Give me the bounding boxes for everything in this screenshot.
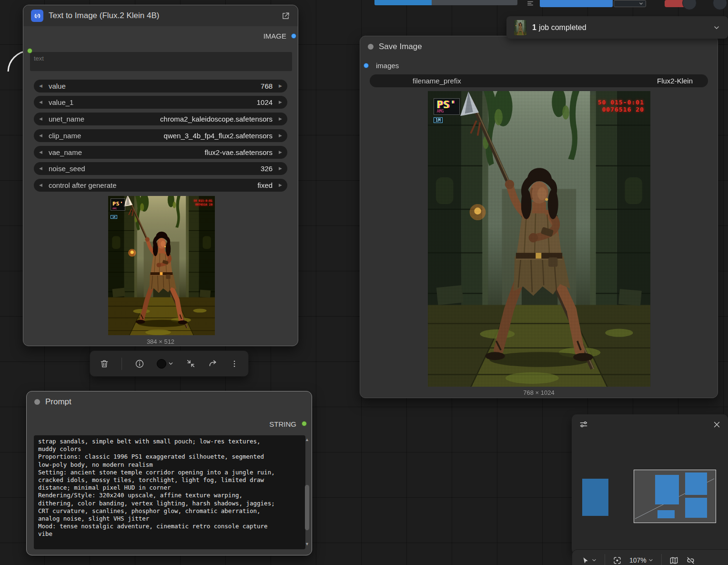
toolbar-divider (605, 554, 605, 565)
prompt-node-header[interactable]: Prompt (27, 391, 312, 412)
widget-unet-name[interactable]: ◀ unet_name chroma2_kaleidoscope.safeten… (34, 113, 287, 125)
prompt-scrollbar[interactable]: ▲ ▼ (304, 437, 310, 546)
job-result-thumbnail[interactable] (514, 20, 526, 35)
scrollbar-thumb[interactable] (305, 485, 309, 530)
generated-image-preview: PS'AMG 1M 50 015-0:010076516 20 (428, 91, 650, 387)
node-info-icon[interactable] (135, 359, 144, 369)
minimap-node-rect (582, 479, 608, 516)
toolbar-divider (121, 358, 122, 370)
widget-value-text: Flux2-Klein (657, 77, 693, 85)
more-options-icon[interactable] (230, 360, 239, 368)
collapse-dot-icon[interactable] (34, 399, 40, 405)
widget-clip-name[interactable]: ◀ clip_name qwen_3_4b_fp4_flux2.safetens… (34, 129, 287, 142)
widget-value[interactable]: ◀ value 768 ▶ (34, 80, 287, 92)
batch-select[interactable] (614, 0, 646, 7)
filename-prefix-widget[interactable]: filename_prefix Flux2-Klein (370, 74, 708, 87)
widget-value-text: 326 (261, 164, 273, 173)
close-icon[interactable] (713, 421, 721, 429)
text-input[interactable]: text (30, 52, 292, 71)
decrement-icon[interactable]: ◀ (39, 84, 42, 88)
widget-label: value_1 (49, 98, 74, 106)
widget-label: filename_prefix (413, 77, 461, 85)
decrement-icon[interactable]: ◀ (39, 166, 42, 171)
run-button[interactable] (540, 0, 613, 7)
images-input-label: images (376, 62, 399, 70)
next-option-icon[interactable]: ▶ (279, 134, 282, 138)
widget-label: control after generate (49, 181, 117, 189)
node-editor-canvas[interactable]: Text to Image (Flux.2 Klein 4B) IMAGE te… (0, 0, 728, 565)
delete-node-icon[interactable] (100, 359, 109, 369)
rerun-node-icon[interactable] (208, 359, 218, 369)
widget-noise-seed[interactable]: ◀ noise_seed 326 ▶ (34, 162, 287, 175)
pointer-tool-button[interactable] (582, 556, 597, 565)
save-image-node[interactable]: Save Image images filename_prefix Flux2-… (360, 36, 718, 398)
string-output-port[interactable] (302, 421, 307, 426)
image-output-port[interactable] (291, 33, 296, 39)
text-input-port[interactable] (27, 48, 32, 53)
widget-label: unet_name (49, 115, 84, 123)
widget-value-text: qwen_3_4b_fp4_flux2.safetensors (164, 132, 273, 140)
top-bar (0, 0, 728, 8)
decrement-icon[interactable]: ◀ (39, 100, 42, 104)
queue-list-icon[interactable] (527, 0, 534, 6)
timer-hud-overlay: 50 015-0:010076516 20 (193, 199, 212, 206)
widget-value-1[interactable]: ◀ value_1 1024 ▶ (34, 96, 287, 109)
prev-option-icon[interactable]: ◀ (39, 150, 42, 154)
minimap-viewport[interactable] (634, 470, 716, 523)
widget-value-text: fixed (257, 181, 273, 189)
widget-vae-name[interactable]: ◀ vae_name flux2-vae.safetensors ▶ (34, 146, 287, 159)
widget-label: vae_name (49, 148, 82, 156)
node-title: Save Image (379, 42, 422, 51)
chevron-down-icon[interactable] (713, 24, 720, 31)
widget-value-text: flux2-vae.safetensors (205, 148, 273, 156)
save-image-node-header[interactable]: Save Image (360, 36, 718, 57)
preview-dimensions-label: 768 × 1024 (360, 389, 718, 396)
images-input-port[interactable] (364, 63, 369, 68)
increment-icon[interactable]: ▶ (279, 166, 282, 171)
job-completed-notification[interactable]: 1job completed (506, 16, 728, 39)
notification-text: 1job completed (532, 23, 586, 32)
image-output-label: IMAGE (263, 32, 286, 40)
workflow-options-icon[interactable] (579, 420, 588, 429)
collapse-node-icon[interactable] (186, 359, 195, 368)
node-preview-image: PS'AMG 1M 50 015-0:010076516 20 (108, 196, 215, 335)
node-action-toolbar[interactable] (90, 350, 249, 377)
prompt-node[interactable]: Prompt STRING strap sandals, simple belt… (26, 391, 312, 555)
preview-dimensions-label: 384 × 512 (23, 338, 298, 345)
prompt-textarea[interactable]: strap sandals, simple belt with small po… (34, 435, 305, 549)
progress-bar-fill (374, 0, 432, 5)
widget-control-after-generate[interactable]: ◀ control after generate fixed ▶ (34, 179, 287, 192)
widget-label: clip_name (49, 132, 81, 140)
fit-view-icon[interactable] (613, 556, 622, 565)
prev-option-icon[interactable]: ◀ (39, 134, 42, 138)
next-option-icon[interactable]: ▶ (279, 183, 282, 187)
help-button[interactable] (682, 0, 697, 10)
settings-button[interactable] (713, 0, 727, 10)
collapse-dot-icon[interactable] (368, 44, 374, 50)
widget-value-text: 768 (261, 82, 273, 90)
text-input-placeholder: text (34, 55, 44, 62)
canvas-controls-toolbar[interactable]: 107% (572, 549, 728, 565)
scroll-down-icon[interactable]: ▼ (304, 542, 310, 546)
timer-hud-overlay: 50 015-0:010076516 20 (598, 99, 644, 113)
next-option-icon[interactable]: ▶ (279, 150, 282, 154)
open-in-editor-icon[interactable] (281, 11, 290, 21)
toggle-links-icon[interactable] (686, 556, 695, 565)
prev-option-icon[interactable]: ◀ (39, 117, 42, 121)
minimap-panel[interactable] (572, 414, 728, 554)
next-option-icon[interactable]: ▶ (279, 117, 282, 121)
text-to-image-node[interactable]: Text to Image (Flux.2 Klein 4B) IMAGE te… (23, 5, 298, 346)
widget-value-text: chroma2_kaleidoscope.safetensors (160, 115, 273, 123)
string-output-label: STRING (269, 420, 296, 428)
toolbar-divider (661, 554, 662, 565)
ps-hud-overlay: PS'AMG 1M (111, 198, 125, 220)
minimap-body[interactable] (572, 434, 728, 554)
minimap-toggle-icon[interactable] (669, 556, 678, 565)
prev-option-icon[interactable]: ◀ (39, 183, 42, 187)
scroll-up-icon[interactable]: ▲ (304, 437, 310, 442)
increment-icon[interactable]: ▶ (279, 100, 282, 104)
zoom-control[interactable]: 107% (629, 556, 654, 564)
increment-icon[interactable]: ▶ (279, 84, 282, 88)
text-to-image-node-header[interactable]: Text to Image (Flux.2 Klein 4B) (23, 5, 298, 26)
node-color-swatch[interactable] (157, 359, 174, 369)
